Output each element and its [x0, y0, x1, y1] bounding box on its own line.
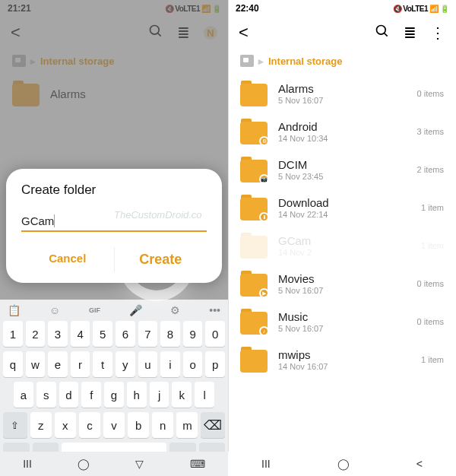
key-3[interactable]: 3 — [48, 321, 68, 347]
folder-badge-icon: ♪ — [259, 326, 269, 336]
folder-icon: ♪ — [240, 309, 268, 335]
folder-meta: 5 Nov 16:07 — [278, 96, 417, 105]
item-count: 1 item — [421, 203, 444, 212]
list-item[interactable]: 📷DCIM5 Nov 23:452 items — [228, 151, 456, 189]
key-n[interactable]: n — [152, 412, 173, 438]
key-x[interactable]: x — [55, 412, 76, 438]
back-nav-button[interactable]: ▽ — [135, 458, 144, 470]
folder-icon: ⚙ — [240, 119, 268, 144]
item-count: 0 items — [417, 279, 444, 288]
key-g[interactable]: g — [104, 382, 124, 408]
folder-name: mwips — [278, 348, 421, 361]
key-k[interactable]: k — [172, 382, 192, 408]
key-q[interactable]: q — [3, 351, 23, 377]
key-9[interactable]: 9 — [183, 321, 203, 347]
key-8[interactable]: 8 — [160, 321, 180, 347]
signal-icon: 📶 — [429, 5, 439, 13]
search-icon[interactable] — [375, 24, 390, 43]
cancel-button[interactable]: Cancel — [21, 247, 114, 272]
create-folder-dialog: Create folder GCam Cancel Create — [6, 169, 222, 283]
key-5[interactable]: 5 — [93, 321, 112, 347]
back-nav-button[interactable]: < — [416, 458, 423, 470]
key-o[interactable]: o — [183, 351, 203, 377]
key-6[interactable]: 6 — [116, 321, 135, 347]
key-v[interactable]: v — [103, 412, 125, 438]
home-button[interactable]: ◯ — [337, 458, 350, 470]
recents-button[interactable]: III — [261, 458, 271, 470]
backspace-key[interactable]: ⌫ — [201, 412, 225, 438]
folder-name: Music — [278, 310, 417, 323]
folder-badge-icon: ▶ — [259, 288, 269, 298]
key-7[interactable]: 7 — [138, 321, 158, 347]
folder-icon — [240, 233, 268, 259]
gif-icon[interactable]: GIF — [89, 306, 100, 314]
emoji-icon[interactable]: ☺ — [49, 304, 60, 316]
folder-name: Alarms — [278, 82, 417, 95]
home-button[interactable]: ◯ — [78, 458, 90, 470]
key-z[interactable]: z — [30, 412, 52, 438]
folder-name: DCIM — [278, 158, 417, 171]
key-f[interactable]: f — [81, 382, 101, 408]
folder-name: Android — [278, 120, 417, 133]
key-1[interactable]: 1 — [3, 321, 23, 347]
svg-line-3 — [385, 33, 388, 36]
key-4[interactable]: 4 — [71, 321, 90, 347]
breadcrumb[interactable]: ▸ Internal storage — [228, 50, 456, 75]
home-icon[interactable] — [240, 55, 254, 67]
key-i[interactable]: i — [160, 351, 180, 377]
mic-icon[interactable]: 🎤 — [129, 304, 142, 316]
key-y[interactable]: y — [116, 351, 135, 377]
item-count: 1 item — [421, 241, 444, 250]
list-item[interactable]: ▶Movies5 Nov 16:070 items — [228, 265, 456, 303]
more-icon[interactable]: ••• — [209, 304, 220, 316]
key-c[interactable]: c — [79, 412, 100, 438]
list-item[interactable]: GCam14 Nov 21 item — [228, 227, 456, 265]
folder-badge-icon: ⚙ — [259, 136, 269, 146]
keyboard-switch-icon[interactable]: ⌨ — [190, 458, 205, 470]
key-row-2: asdfghjkl — [3, 382, 225, 408]
clock: 22:40 — [236, 3, 259, 14]
key-h[interactable]: h — [127, 382, 147, 408]
create-button[interactable]: Create — [114, 247, 207, 272]
key-0[interactable]: 0 — [205, 321, 225, 347]
more-icon[interactable]: ⋮ — [430, 24, 445, 42]
key-l[interactable]: l — [195, 382, 214, 408]
folder-meta: 14 Nov 10:34 — [278, 134, 417, 143]
folder-name-input[interactable]: GCam — [21, 214, 207, 232]
key-b[interactable]: b — [128, 412, 149, 438]
list-item[interactable]: mwips14 Nov 16:071 item — [228, 341, 456, 379]
key-d[interactable]: d — [59, 382, 79, 408]
key-s[interactable]: s — [36, 382, 56, 408]
folder-meta: 5 Nov 23:45 — [278, 172, 417, 181]
key-t[interactable]: t — [93, 351, 112, 377]
text-cursor — [54, 214, 55, 227]
key-m[interactable]: m — [176, 412, 198, 438]
back-button[interactable]: < — [239, 23, 249, 43]
recents-button[interactable]: III — [23, 458, 32, 470]
mute-icon: 🔇 — [393, 5, 402, 13]
key-2[interactable]: 2 — [26, 321, 46, 347]
settings-icon[interactable]: ⚙ — [170, 304, 180, 316]
key-row-1: qwertyuiop — [3, 351, 225, 377]
list-item[interactable]: Alarms5 Nov 16:070 items — [228, 75, 456, 113]
list-view-icon[interactable]: ≣ — [404, 24, 416, 42]
key-w[interactable]: w — [26, 351, 46, 377]
clipboard-icon[interactable]: 📋 — [8, 304, 21, 316]
keyboard: 📋 ☺ GIF 🎤 ⚙ ••• 1234567890 qwertyuiop as… — [0, 300, 228, 476]
breadcrumb-label[interactable]: Internal storage — [268, 56, 343, 67]
folder-icon — [240, 81, 268, 106]
key-row-numbers: 1234567890 — [3, 321, 225, 347]
key-a[interactable]: a — [14, 382, 33, 408]
list-item[interactable]: ⬇Download14 Nov 22:141 item — [228, 189, 456, 227]
key-p[interactable]: p — [205, 351, 225, 377]
list-item[interactable]: ⚙Android14 Nov 10:343 items — [228, 113, 456, 151]
key-j[interactable]: j — [150, 382, 169, 408]
key-row-3: ⇧ zxcvbnm ⌫ — [3, 412, 225, 438]
key-u[interactable]: u — [138, 351, 158, 377]
key-r[interactable]: r — [71, 351, 90, 377]
folder-name: Download — [278, 196, 421, 209]
key-e[interactable]: e — [48, 351, 68, 377]
list-item[interactable]: ♪Music5 Nov 16:070 items — [228, 303, 456, 341]
shift-key[interactable]: ⇧ — [3, 412, 27, 438]
item-count: 2 items — [417, 165, 444, 174]
